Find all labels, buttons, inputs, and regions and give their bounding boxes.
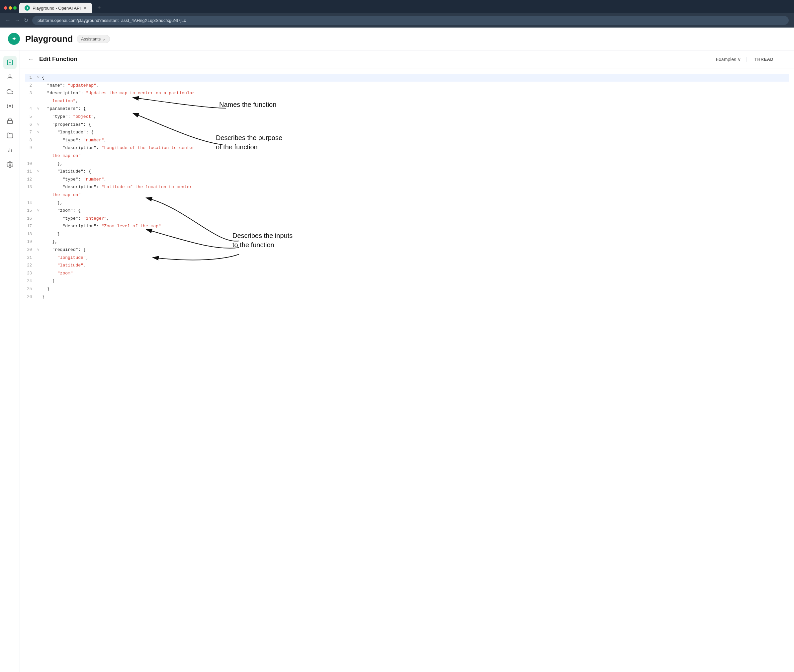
edit-function-header: ← Edit Function Examples ∨ THREAD <box>20 50 794 68</box>
chevron-down-icon: ∨ <box>738 57 741 62</box>
code-line-3: 3 "description": "Updates the map to cen… <box>25 89 789 97</box>
code-line-9-cont: the map on" <box>25 152 789 160</box>
code-line-13: 13 "description": "Latitude of the locat… <box>25 183 789 191</box>
sidebar-item-person[interactable] <box>3 70 17 84</box>
tab-close-icon[interactable]: ✕ <box>83 6 87 10</box>
code-line-14: 14 }, <box>25 199 789 207</box>
code-line-9: 9 "description": "Longitude of the locat… <box>25 144 789 152</box>
code-line-17: 17 "description": "Zoom level of the map… <box>25 222 789 230</box>
sidebar-item-lock[interactable] <box>3 114 17 128</box>
sidebar-item-code[interactable] <box>3 56 17 69</box>
tab-title: Playground - OpenAI API <box>32 6 81 11</box>
code-line-13-cont: the map on" <box>25 191 789 199</box>
code-editor[interactable]: 1 v { 2 "name": "updateMap", 3 <box>20 68 794 672</box>
code-line-5: 5 "type": "object", <box>25 113 789 121</box>
sidebar-item-settings[interactable] <box>3 158 17 171</box>
code-line-22: 22 "latitude", <box>25 261 789 269</box>
code-line-24: 24 ] <box>25 277 789 285</box>
sidebar <box>0 50 20 672</box>
code-line-18: 18 } <box>25 230 789 238</box>
code-line-2: 2 "name": "updateMap", <box>25 82 789 90</box>
page-title: Playground <box>25 34 73 44</box>
content-area: ← Edit Function Examples ∨ THREAD 1 v { <box>20 50 794 672</box>
code-line-21: 21 "longitude", <box>25 254 789 262</box>
svg-point-2 <box>9 106 11 107</box>
sidebar-item-tune[interactable] <box>3 99 17 113</box>
svg-point-7 <box>9 164 11 166</box>
code-line-15: 15 v "zoom": { <box>25 207 789 215</box>
examples-button[interactable]: Examples ∨ <box>716 57 741 62</box>
code-line-26: 26 } <box>25 293 789 301</box>
code-line-1: 1 v { <box>25 74 789 82</box>
code-line-4: 4 v "parameters": { <box>25 105 789 113</box>
forward-nav-button[interactable]: → <box>14 18 20 24</box>
code-line-6: 6 v "properties": { <box>25 121 789 129</box>
code-line-12: 12 "type": "number", <box>25 176 789 184</box>
code-line-8: 8 "type": "number", <box>25 136 789 144</box>
examples-label: Examples <box>716 57 736 62</box>
mode-label: Assistants <box>81 37 101 42</box>
code-line-19: 19 }, <box>25 238 789 246</box>
code-line-23: 23 "zoom" <box>25 269 789 277</box>
code-line-11: 11 v "latitude": { <box>25 168 789 176</box>
code-line-10: 10 }, <box>25 160 789 168</box>
new-tab-button[interactable]: + <box>95 3 104 13</box>
back-button[interactable]: ← <box>28 56 34 63</box>
sidebar-item-chart[interactable] <box>3 143 17 157</box>
svg-rect-3 <box>7 120 12 123</box>
svg-point-1 <box>9 75 11 77</box>
code-line-25: 25 } <box>25 285 789 293</box>
address-bar[interactable] <box>32 16 789 25</box>
code-line-3-cont: location", <box>25 97 789 105</box>
chevron-down-icon: ⌄ <box>102 37 106 42</box>
tab-favicon: ✦ <box>24 5 30 11</box>
reload-button[interactable]: ↻ <box>24 17 28 24</box>
code-line-7: 7 v "longitude": { <box>25 128 789 136</box>
edit-function-title: Edit Function <box>39 56 711 63</box>
code-line-16: 16 "type": "integer", <box>25 215 789 223</box>
sidebar-item-cloud[interactable] <box>3 85 17 98</box>
app-header: ✦ Playground Assistants ⌄ <box>0 27 794 50</box>
app-logo: ✦ <box>8 33 20 45</box>
mode-selector[interactable]: Assistants ⌄ <box>77 35 110 43</box>
browser-tab[interactable]: ✦ Playground - OpenAI API ✕ <box>19 3 92 13</box>
sidebar-item-folder[interactable] <box>3 129 17 142</box>
thread-label: THREAD <box>746 57 786 62</box>
back-nav-button[interactable]: ← <box>5 18 11 24</box>
code-line-20: 20 v "required": [ <box>25 246 789 254</box>
